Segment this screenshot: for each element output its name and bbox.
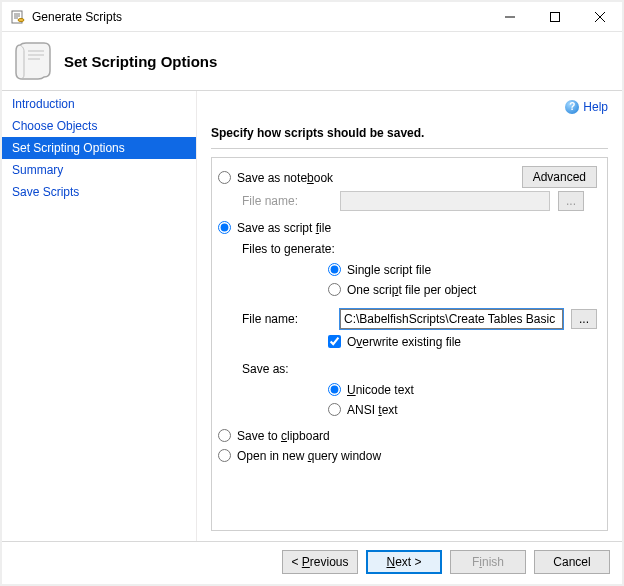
close-button[interactable] xyxy=(577,2,622,31)
save-as-scriptfile-radio[interactable] xyxy=(218,221,231,234)
single-script-label[interactable]: Single script file xyxy=(347,263,431,277)
wizard-title: Set Scripting Options xyxy=(64,53,217,70)
help-link[interactable]: ? Help xyxy=(565,100,608,114)
sidebar-item-choose-objects[interactable]: Choose Objects xyxy=(2,115,196,137)
svg-rect-6 xyxy=(550,12,559,21)
next-button[interactable]: Next > xyxy=(366,550,442,574)
svg-point-4 xyxy=(18,18,24,21)
save-as-notebook-label[interactable]: Save as notebook xyxy=(237,171,333,185)
help-label: Help xyxy=(583,100,608,114)
title-bar: Generate Scripts xyxy=(2,2,622,32)
previous-button[interactable]: < Previous xyxy=(282,550,358,574)
overwrite-label[interactable]: Overwrite existing file xyxy=(347,335,461,349)
notebook-browse-button: ... xyxy=(558,191,584,211)
unicode-row: Unicode text xyxy=(328,380,597,400)
save-clipboard-label[interactable]: Save to clipboard xyxy=(237,429,330,443)
per-object-radio[interactable] xyxy=(328,283,341,296)
wizard-sidebar: Introduction Choose Objects Set Scriptin… xyxy=(2,91,197,541)
finish-button: Finish xyxy=(450,550,526,574)
sidebar-item-set-scripting-options[interactable]: Set Scripting Options xyxy=(2,137,196,159)
scriptfile-subgroup: Files to generate: Single script file On… xyxy=(218,238,597,420)
app-icon xyxy=(10,9,26,25)
wizard-body: Introduction Choose Objects Set Scriptin… xyxy=(2,91,622,541)
ansi-radio[interactable] xyxy=(328,403,341,416)
minimize-button[interactable] xyxy=(487,2,532,31)
open-new-query-label[interactable]: Open in new query window xyxy=(237,449,381,463)
notebook-filename-label: File name: xyxy=(242,194,332,208)
sidebar-item-summary[interactable]: Summary xyxy=(2,159,196,181)
sidebar-item-introduction[interactable]: Introduction xyxy=(2,93,196,115)
section-heading: Specify how scripts should be saved. xyxy=(211,120,608,149)
per-object-label[interactable]: One script file per object xyxy=(347,283,476,297)
options-panel: Advanced Save as notebook File name: ...… xyxy=(211,157,608,532)
files-to-generate-label: Files to generate: xyxy=(242,238,597,260)
window-buttons xyxy=(487,2,622,31)
script-icon xyxy=(14,41,54,81)
sidebar-item-save-scripts[interactable]: Save Scripts xyxy=(2,181,196,203)
per-object-row: One script file per object xyxy=(328,280,597,300)
wizard-main: ? Help Specify how scripts should be sav… xyxy=(197,91,622,541)
single-script-radio[interactable] xyxy=(328,263,341,276)
overwrite-checkbox[interactable] xyxy=(328,335,341,348)
save-clipboard-row: Save to clipboard xyxy=(218,426,597,446)
save-as-scriptfile-label[interactable]: Save as script file xyxy=(237,221,331,235)
save-clipboard-radio[interactable] xyxy=(218,429,231,442)
notebook-filename-row: File name: ... xyxy=(218,188,597,214)
wizard-footer: < Previous Next > Finish Cancel xyxy=(2,541,622,581)
overwrite-row: Overwrite existing file xyxy=(328,332,597,352)
save-as-scriptfile-row: Save as script file xyxy=(218,218,597,238)
advanced-button[interactable]: Advanced xyxy=(522,166,597,188)
script-filename-label: File name: xyxy=(242,312,332,326)
save-as-encoding-label: Save as: xyxy=(242,358,597,380)
single-script-row: Single script file xyxy=(328,260,597,280)
unicode-radio[interactable] xyxy=(328,383,341,396)
script-filename-row: File name: ... xyxy=(242,306,597,332)
ansi-label[interactable]: ANSI text xyxy=(347,403,398,417)
cancel-button[interactable]: Cancel xyxy=(534,550,610,574)
window-title: Generate Scripts xyxy=(32,10,487,24)
help-row: ? Help xyxy=(211,97,608,120)
open-new-query-row: Open in new query window xyxy=(218,446,597,466)
wizard-header: Set Scripting Options xyxy=(2,32,622,91)
ansi-row: ANSI text xyxy=(328,400,597,420)
script-filename-input[interactable] xyxy=(340,309,563,329)
unicode-label[interactable]: Unicode text xyxy=(347,383,414,397)
save-as-notebook-radio[interactable] xyxy=(218,171,231,184)
maximize-button[interactable] xyxy=(532,2,577,31)
help-icon: ? xyxy=(565,100,579,114)
open-new-query-radio[interactable] xyxy=(218,449,231,462)
notebook-filename-input xyxy=(340,191,550,211)
script-browse-button[interactable]: ... xyxy=(571,309,597,329)
